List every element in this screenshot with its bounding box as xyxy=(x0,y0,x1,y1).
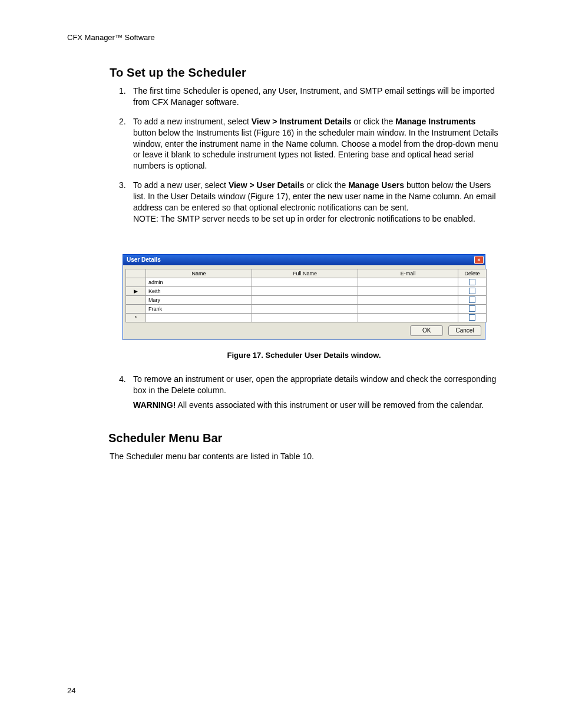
warning-text: All events associated with this instrume… xyxy=(176,400,484,410)
table-row[interactable]: admin xyxy=(126,278,487,286)
window-button-row: OK Cancel xyxy=(123,322,485,340)
step-text: To remove an instrument or user, open th… xyxy=(133,374,496,395)
window-title: User Details xyxy=(127,256,161,263)
row-selector xyxy=(126,278,146,286)
cell-fullname[interactable] xyxy=(252,286,358,295)
cell-fullname[interactable] xyxy=(252,278,358,286)
step-text: To add a new instrument, select xyxy=(133,117,252,126)
cell-delete[interactable] xyxy=(458,313,487,322)
table-row[interactable]: Frank xyxy=(126,304,487,313)
figure-caption: Figure 17. Scheduler User Details window… xyxy=(123,351,485,360)
window-titlebar: User Details × xyxy=(123,255,485,265)
cell-fullname[interactable] xyxy=(252,295,358,304)
cell-fullname[interactable] xyxy=(252,304,358,313)
row-selector xyxy=(126,304,146,313)
table-row[interactable]: ▶ Keith xyxy=(126,286,487,295)
figure-17: User Details × Name Full Name E-mail xyxy=(123,254,485,360)
cell-delete[interactable] xyxy=(458,295,487,304)
step-text: or click the xyxy=(304,180,348,190)
table-row-new[interactable]: * xyxy=(126,313,487,322)
step-text: or click the xyxy=(352,117,396,126)
heading-setup-scheduler: To Set up the Scheduler xyxy=(110,66,498,80)
cell-email[interactable] xyxy=(358,304,458,313)
cell-email[interactable] xyxy=(358,313,458,322)
col-header-email: E-mail xyxy=(358,269,458,278)
cell-name[interactable] xyxy=(146,313,252,322)
page-content: To Set up the Scheduler The first time S… xyxy=(110,59,498,462)
user-details-window: User Details × Name Full Name E-mail xyxy=(123,254,485,340)
setup-steps-list: The first time Scheduler is opened, any … xyxy=(110,85,498,225)
cell-email[interactable] xyxy=(358,278,458,286)
step-text: To add a new user, select xyxy=(133,180,229,190)
checkbox-icon[interactable] xyxy=(469,288,475,294)
cell-name[interactable]: admin xyxy=(146,278,252,286)
step-text: button below the Instruments list (Figur… xyxy=(133,128,498,171)
cell-delete[interactable] xyxy=(458,286,487,295)
cell-name[interactable]: Keith xyxy=(146,286,252,295)
cell-email[interactable] xyxy=(358,295,458,304)
list-item: The first time Scheduler is opened, any … xyxy=(110,85,498,108)
list-item: To remove an instrument or user, open th… xyxy=(110,374,498,411)
table-row[interactable]: Mary xyxy=(126,295,487,304)
checkbox-icon[interactable] xyxy=(469,314,475,321)
page-number: 24 xyxy=(67,686,75,695)
checkbox-icon[interactable] xyxy=(469,305,475,312)
step-text: The first time Scheduler is opened, any … xyxy=(133,86,495,107)
warning-label: WARNING! xyxy=(133,400,176,410)
cell-name[interactable]: Mary xyxy=(146,295,252,304)
button-ref: Manage Instruments xyxy=(395,117,475,126)
body-paragraph: The Scheduler menu bar contents are list… xyxy=(110,451,498,462)
ok-button[interactable]: OK xyxy=(410,325,443,336)
user-details-table: Name Full Name E-mail Delete admin xyxy=(125,269,487,322)
checkbox-icon[interactable] xyxy=(469,297,475,303)
cell-delete[interactable] xyxy=(458,304,487,313)
cell-delete[interactable] xyxy=(458,278,487,286)
row-selector-new: * xyxy=(126,313,146,322)
setup-steps-list-cont: To remove an instrument or user, open th… xyxy=(110,374,498,411)
menu-path: View > User Details xyxy=(229,180,305,190)
close-icon[interactable]: × xyxy=(474,256,484,264)
row-selector: ▶ xyxy=(126,286,146,295)
header-product: CFX Manager™ Software xyxy=(67,33,155,42)
cell-email[interactable] xyxy=(358,286,458,295)
button-ref: Manage Users xyxy=(348,180,404,190)
list-item: To add a new instrument, select View > I… xyxy=(110,116,498,172)
note-text: NOTE: The SMTP server needs to be set up… xyxy=(133,214,475,223)
cell-name[interactable]: Frank xyxy=(146,304,252,313)
col-header-delete: Delete xyxy=(458,269,487,278)
menu-path: View > Instrument Details xyxy=(252,117,352,126)
list-item: To add a new user, select View > User De… xyxy=(110,180,498,225)
cell-fullname[interactable] xyxy=(252,313,358,322)
grid-wrap: Name Full Name E-mail Delete admin xyxy=(123,269,485,322)
col-header-name: Name xyxy=(146,269,252,278)
table-header-row: Name Full Name E-mail Delete xyxy=(126,269,487,278)
cancel-button[interactable]: Cancel xyxy=(448,325,481,336)
checkbox-icon[interactable] xyxy=(469,279,475,285)
col-header-fullname: Full Name xyxy=(252,269,358,278)
heading-scheduler-menu-bar: Scheduler Menu Bar xyxy=(108,431,498,445)
row-selector xyxy=(126,295,146,304)
col-header-rowhdr xyxy=(126,269,146,278)
